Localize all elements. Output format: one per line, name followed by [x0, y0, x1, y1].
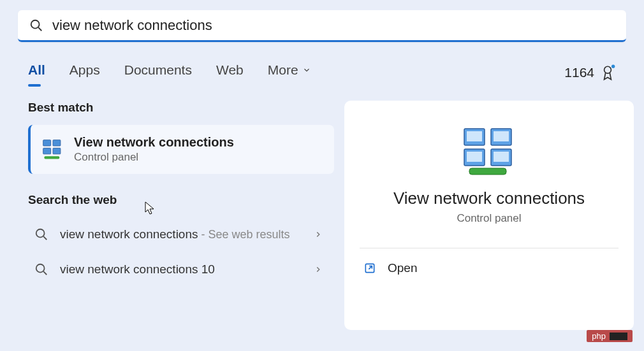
tab-all[interactable]: All	[28, 62, 45, 83]
best-match-heading: Best match	[28, 101, 334, 115]
svg-rect-14	[467, 131, 482, 141]
search-web-heading: Search the web	[28, 193, 334, 207]
tab-web[interactable]: Web	[216, 62, 244, 83]
web-result[interactable]: view network connections 10	[28, 252, 334, 287]
svg-rect-7	[53, 148, 61, 154]
search-bar[interactable]	[18, 10, 626, 42]
tab-more[interactable]: More	[268, 62, 311, 83]
best-match-subtitle: Control panel	[74, 151, 234, 164]
best-match-text: View network connections Control panel	[74, 135, 234, 164]
svg-rect-21	[469, 168, 506, 175]
chevron-down-icon	[302, 66, 311, 75]
svg-rect-20	[494, 152, 509, 162]
best-match-result[interactable]: View network connections Control panel	[28, 125, 334, 174]
svg-point-2	[604, 66, 611, 73]
open-action[interactable]: Open	[360, 248, 618, 288]
svg-point-0	[31, 20, 40, 28]
open-external-icon	[363, 262, 376, 275]
open-label: Open	[388, 261, 417, 275]
preview-title: View network connections	[393, 189, 585, 208]
svg-rect-4	[43, 140, 51, 145]
svg-point-9	[36, 229, 45, 238]
watermark-text: php	[592, 331, 606, 341]
tab-apps[interactable]: Apps	[70, 62, 100, 83]
rewards-points: 1164	[564, 65, 594, 80]
svg-rect-8	[44, 156, 59, 159]
preview-subtitle: Control panel	[457, 212, 521, 225]
best-match-title: View network connections	[74, 135, 234, 150]
preview-panel: View network connections Control panel O…	[344, 101, 634, 330]
search-icon	[34, 227, 48, 241]
svg-line-1	[38, 27, 41, 31]
search-icon	[29, 18, 43, 32]
svg-line-10	[43, 237, 47, 240]
network-connections-icon-large	[460, 126, 518, 177]
web-result-label: view network connections - See web resul…	[60, 226, 302, 243]
svg-point-3	[611, 65, 615, 68]
search-icon	[34, 262, 48, 276]
svg-rect-18	[467, 152, 482, 162]
web-result-label: view network connections 10	[60, 261, 302, 278]
tab-documents[interactable]: Documents	[124, 62, 192, 83]
svg-rect-6	[43, 148, 51, 154]
rewards-score[interactable]: 1164	[564, 64, 616, 81]
svg-rect-16	[494, 131, 509, 141]
watermark-badge: php	[587, 330, 633, 342]
results-column: Best match View network connections Cont…	[28, 101, 334, 330]
web-result[interactable]: view network connections - See web resul…	[28, 217, 334, 252]
svg-point-11	[36, 264, 45, 273]
svg-rect-5	[53, 140, 61, 145]
svg-line-12	[43, 271, 47, 275]
chevron-right-icon	[314, 230, 323, 239]
watermark-block	[610, 333, 627, 340]
network-connections-icon	[42, 139, 64, 161]
search-input[interactable]	[52, 17, 615, 34]
tab-more-label: More	[268, 62, 298, 78]
tabs-row: All Apps Documents Web More 1164	[0, 42, 644, 83]
chevron-right-icon	[314, 265, 323, 274]
rewards-badge-icon	[599, 64, 616, 81]
